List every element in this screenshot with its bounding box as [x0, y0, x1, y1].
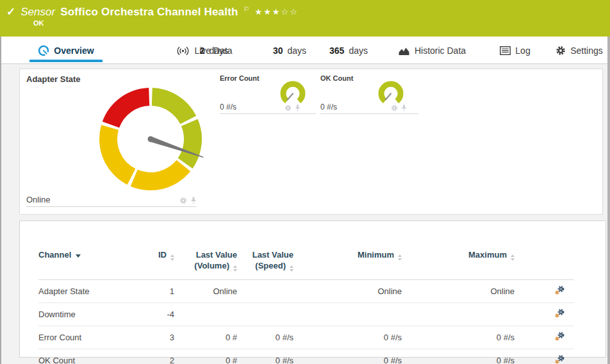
- channel-settings-gears-icon[interactable]: [554, 308, 565, 318]
- channel-table: Channel ID Last Value (Volume) Last Valu…: [38, 240, 574, 364]
- tab-365-days-number: 365: [329, 46, 344, 56]
- column-header-actions: [521, 240, 574, 280]
- sensor-header: ✓ Sensor Soffico Orchestra Channel Healt…: [0, 0, 610, 37]
- window-right-edge: [607, 37, 610, 364]
- sensor-title: Soffico Orchestra Channel Health: [60, 6, 238, 19]
- last-value-speed: 0 #/s: [243, 349, 300, 364]
- gear-icon[interactable]: [284, 104, 292, 112]
- table-row: OK Count 2 0 # 0 #/s 0 #/s 0 #/s: [38, 349, 574, 364]
- minimum-value: 0 #/s: [300, 326, 408, 349]
- channel-name: Downtime: [38, 303, 141, 326]
- overview-gauges-panel: Adapter State Online Error Count 0 #/s: [19, 69, 603, 215]
- column-header-last-value-volume[interactable]: Last Value (Volume): [181, 240, 243, 280]
- channel-name: Error Count: [38, 326, 141, 349]
- table-row: Error Count 3 0 # 0 #/s 0 #/s 0 #/s: [38, 326, 574, 349]
- column-header-last-value-speed[interactable]: Last Value (Speed): [243, 240, 300, 280]
- tab-settings[interactable]: Settings: [551, 37, 607, 62]
- column-header-label: ID: [158, 250, 167, 260]
- tab-365-days-unit: days: [349, 46, 368, 56]
- last-value-volume: 0 #: [181, 326, 243, 349]
- last-value-volume: 0 #: [181, 349, 243, 364]
- flag-icon[interactable]: ⚐: [243, 5, 250, 13]
- channel-id: 2: [141, 349, 181, 364]
- column-header-id[interactable]: ID: [141, 240, 181, 280]
- last-value-speed: 0 #/s: [243, 326, 300, 349]
- tab-settings-label: Settings: [570, 46, 603, 56]
- star-rating[interactable]: ★★★☆☆: [255, 7, 299, 17]
- gauge-cell-adapter-state: Adapter State Online: [26, 74, 197, 207]
- area-chart-icon: [398, 46, 410, 56]
- column-header-label: Last Value (Speed): [252, 250, 293, 270]
- status-check-icon: ✓: [6, 5, 15, 19]
- sort-arrows-icon: [511, 254, 515, 261]
- gear-icon[interactable]: [391, 104, 398, 112]
- pin-icon[interactable]: [401, 104, 407, 112]
- log-list-icon: [500, 46, 511, 55]
- maximum-value: 0 #/s: [408, 349, 521, 364]
- column-header-maximum[interactable]: Maximum: [408, 240, 521, 280]
- tab-bar: Overview Live Data 2 days 30 days 365 da…: [0, 37, 610, 64]
- gear-icon[interactable]: [179, 197, 187, 204]
- status-badge: OK: [33, 19, 44, 27]
- gauge-cell-error-count: Error Count 0 #/s: [220, 74, 316, 114]
- pin-icon[interactable]: [190, 197, 197, 204]
- gauge-icon: [38, 45, 49, 56]
- tab-log[interactable]: Log: [495, 37, 536, 62]
- column-header-label: Last Value (Volume): [194, 250, 237, 270]
- table-row: Downtime -4: [38, 303, 574, 326]
- tab-2-days-number: 2: [200, 46, 205, 56]
- maximum-value: 0 #/s: [408, 326, 521, 349]
- last-value-volume: Online: [181, 280, 243, 303]
- tab-30-days-number: 30: [273, 46, 283, 56]
- tab-overview[interactable]: Overview: [29, 37, 103, 62]
- gauge-value: 0 #/s: [320, 103, 337, 112]
- last-value-volume: [181, 303, 243, 326]
- tab-30-days-unit: days: [288, 46, 307, 56]
- minimum-value: Online: [300, 280, 408, 303]
- minimum-value: [300, 303, 408, 326]
- column-header-label: Maximum: [468, 250, 507, 260]
- channel-name: OK Count: [38, 349, 141, 364]
- tab-2-days[interactable]: 2 days: [194, 37, 234, 62]
- sensor-kind-label: Sensor: [21, 6, 55, 19]
- channel-id: -4: [141, 303, 181, 326]
- column-header-label: Minimum: [358, 250, 394, 260]
- channel-settings-gears-icon[interactable]: [554, 331, 565, 342]
- gauge-value: 0 #/s: [220, 103, 236, 112]
- last-value-speed: [243, 303, 300, 326]
- tab-365-days[interactable]: 365 days: [324, 37, 373, 62]
- channel-id: 1: [141, 280, 181, 303]
- maximum-value: [408, 303, 521, 326]
- sort-arrows-icon: [398, 254, 402, 261]
- channel-settings-gears-icon[interactable]: [554, 285, 565, 295]
- tab-log-label: Log: [515, 46, 530, 56]
- maximum-value: Online: [408, 280, 521, 303]
- table-row: Adapter State 1 Online Online Online: [38, 280, 574, 303]
- column-header-label: Channel: [38, 250, 71, 260]
- column-header-channel[interactable]: Channel: [38, 240, 141, 280]
- gear-icon: [556, 46, 566, 56]
- tab-overview-label: Overview: [54, 46, 94, 56]
- live-data-icon: [176, 46, 190, 56]
- tab-2-days-unit: days: [210, 46, 229, 56]
- tab-historic-data[interactable]: Historic Data: [393, 37, 471, 62]
- channel-id: 3: [141, 326, 181, 349]
- adapter-state-donut-gauge: [93, 81, 208, 197]
- channel-name: Adapter State: [38, 280, 141, 303]
- channel-table-panel: Channel ID Last Value (Volume) Last Valu…: [19, 220, 606, 358]
- table-header-row: Channel ID Last Value (Volume) Last Valu…: [38, 240, 574, 280]
- gauge-value: Online: [26, 195, 51, 204]
- channel-settings-gears-icon[interactable]: [554, 354, 565, 364]
- tab-30-days[interactable]: 30 days: [268, 37, 311, 62]
- pin-icon[interactable]: [295, 104, 301, 112]
- minimum-value: 0 #/s: [300, 349, 408, 364]
- sort-arrows-icon: [233, 265, 237, 272]
- gauge-cell-ok-count: OK Count 0 #/s: [320, 74, 418, 114]
- sort-arrows-icon: [170, 254, 174, 261]
- last-value-speed: [243, 280, 300, 303]
- column-header-minimum[interactable]: Minimum: [300, 240, 408, 280]
- sort-arrows-icon: [290, 265, 293, 272]
- sort-caret-icon: [76, 254, 81, 258]
- window-left-edge: [0, 37, 1, 364]
- tab-historic-data-label: Historic Data: [415, 46, 466, 56]
